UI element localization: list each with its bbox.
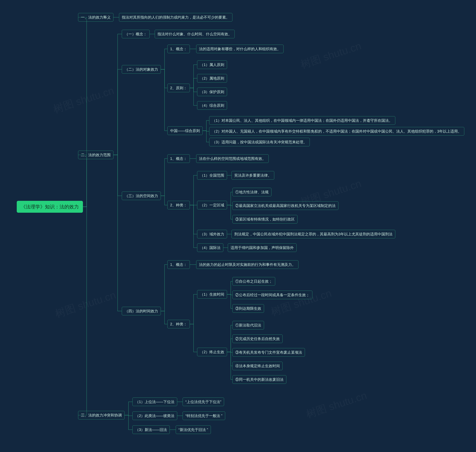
mindmap-node[interactable]: （三）法的空间效力: [122, 192, 161, 200]
connector-lines: [0, 0, 476, 452]
mindmap-node[interactable]: 二、法的效力范围: [78, 151, 113, 159]
mindmap-node[interactable]: ④法本身规定终止生效时间: [232, 362, 283, 370]
mindmap-node[interactable]: 指法对其所指向的人们的强制力或约束力，是法必不可少的要素。: [119, 13, 232, 22]
mindmap-node[interactable]: 1、概念：: [167, 154, 190, 163]
mindmap-node[interactable]: 2、种类：: [167, 320, 190, 328]
mindmap-node[interactable]: ③有关机关发布专门文件宣布废止某项法: [232, 348, 305, 357]
mindmap-node[interactable]: （4）综合原则: [197, 101, 227, 110]
mindmap-node[interactable]: （3）适用问题，按中国法或国际法有关冲突规范来处理。: [209, 138, 310, 146]
mindmap-node[interactable]: （1）全国范围: [197, 171, 227, 179]
mindmap-node[interactable]: （一）概念：: [122, 30, 150, 38]
mindmap-node[interactable]: （3）新法——旧法: [132, 425, 170, 434]
mindmap-canvas: { "watermarks": ["树图 shutu.cn","树图 shutu…: [0, 0, 476, 452]
mindmap-node[interactable]: “新法优先于旧法 ”: [176, 425, 211, 434]
mindmap-node[interactable]: 1、概念：: [167, 45, 190, 53]
mindmap-node[interactable]: （1）属人原则: [197, 60, 227, 69]
mindmap-node[interactable]: 指法对什么对象、什么时间、什么空间有效。: [155, 30, 235, 38]
mindmap-node[interactable]: 法的效力的起止时限及对实施前的行为和事件有无溯及力。: [196, 260, 298, 269]
watermark: 树图 shutu.cn: [53, 288, 118, 321]
mindmap-node[interactable]: 1、概念：: [167, 260, 190, 269]
watermark: 树图 shutu.cn: [304, 388, 369, 421]
mindmap-node[interactable]: ③到达期限生效: [232, 304, 264, 313]
mindmap-node[interactable]: （2）一定区域: [197, 201, 227, 209]
mindmap-node[interactable]: ①地方性法律、法规: [232, 188, 271, 196]
watermark: 树图 shutu.cn: [52, 83, 116, 116]
mindmap-node[interactable]: ②完成历史任务后自然失效: [232, 334, 283, 343]
mindmap-node[interactable]: 法的适用对象有哪些，对什么样的人和组织有效。: [196, 45, 284, 53]
mindmap-node[interactable]: （3）域外效力: [197, 230, 227, 238]
mindmap-node[interactable]: ②公布后经过一段时间或具备一定条件生效；: [232, 291, 312, 299]
mindmap-node[interactable]: 宪法及许多重要法律。: [231, 171, 274, 179]
mindmap-node[interactable]: （2）对外国人、无国籍人，在中国领域内享有外交特权和豁免权的，不适用中国法；在国…: [209, 127, 464, 136]
mindmap-node[interactable]: 刑法规定，中国公民在域外犯中国刑法规定之罪的，其最高刑为3年以上尤其徒刑的适用中…: [231, 230, 395, 238]
mindmap-node[interactable]: 2、种类：: [167, 201, 190, 209]
watermark: 树图 shutu.cn: [299, 39, 363, 72]
mindmap-node[interactable]: ③某区域有特殊情况，如特别行政区: [232, 215, 298, 224]
mindmap-node[interactable]: （四）法的时间效力: [122, 307, 161, 315]
mindmap-node[interactable]: （1）对本国公民、法人、其他组织，在中国领域内一律适用中国法；在国外仍适用中国法…: [209, 116, 395, 125]
mindmap-node[interactable]: 《法理学》知识：法的效力: [17, 201, 83, 213]
mindmap-node[interactable]: 中国——综合原则: [167, 126, 203, 135]
mindmap-node[interactable]: ①新法取代旧法: [232, 321, 264, 329]
mindmap-node[interactable]: 三、法的效力冲突和协调: [78, 411, 125, 419]
mindmap-node[interactable]: ②最高国家立法机关或最高国家行政机关专为某区域制定的法: [232, 201, 338, 210]
mindmap-node[interactable]: 一、法的效力释义: [78, 13, 113, 22]
mindmap-node[interactable]: （2）终止生效: [197, 348, 227, 356]
mindmap-node[interactable]: （4）国际法: [197, 243, 223, 252]
mindmap-node[interactable]: ⑤同一机关中的新法改废旧法: [232, 375, 286, 384]
mindmap-node[interactable]: （1）上位法——下位法: [132, 398, 177, 406]
mindmap-node[interactable]: 法在什么样的空间范围或地域范围有效。: [196, 154, 269, 163]
mindmap-node[interactable]: “上位法优先于下位法”: [183, 398, 224, 406]
mindmap-node[interactable]: （1）生效时间: [197, 290, 227, 299]
mindmap-node[interactable]: ①自公布之日起生效；: [232, 277, 275, 286]
mindmap-node[interactable]: “特别法优先于一般法 ”: [183, 412, 225, 420]
mindmap-node[interactable]: （2）此类法——彼类法: [132, 412, 177, 420]
mindmap-node[interactable]: （二）法的对象效力: [122, 65, 161, 74]
mindmap-node[interactable]: （2）属地原则: [197, 74, 227, 83]
mindmap-node[interactable]: 适用于缔约国和参加国，声明保留除外: [228, 243, 297, 252]
mindmap-node[interactable]: 2、原则：: [167, 84, 190, 92]
mindmap-node[interactable]: （3）保护原则: [197, 87, 227, 96]
